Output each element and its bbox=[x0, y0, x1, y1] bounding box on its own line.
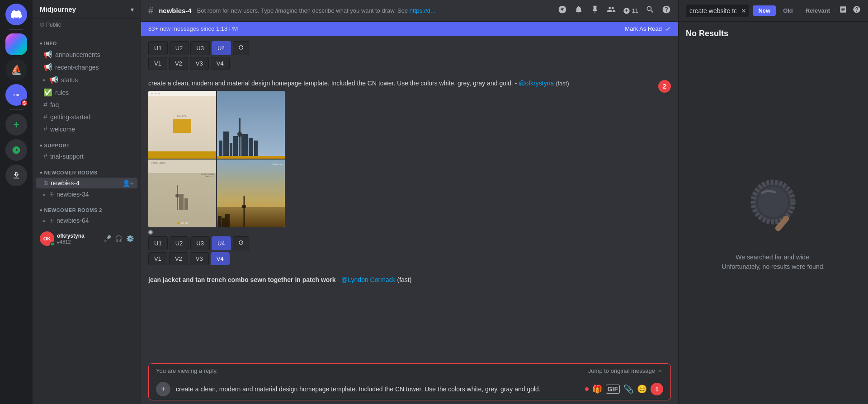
btn-u3-msg2[interactable]: U3 bbox=[190, 236, 210, 250]
result-badge-2: 2 bbox=[658, 80, 671, 93]
public-label: Public bbox=[46, 22, 61, 28]
channel-icon-announcement: 📢 bbox=[43, 50, 52, 59]
server-icon-explore[interactable] bbox=[5, 139, 27, 161]
search-filter-relevant[interactable]: Relevant bbox=[800, 5, 835, 16]
notification-mute-icon[interactable] bbox=[574, 5, 583, 16]
btn-refresh-top[interactable] bbox=[233, 41, 249, 55]
server-icon-sailboat[interactable]: ⛵ bbox=[5, 59, 27, 80]
search-header-icon[interactable] bbox=[646, 5, 655, 16]
btn-v2-msg2[interactable]: V2 bbox=[169, 252, 188, 265]
question-icon[interactable] bbox=[853, 5, 861, 16]
mention-lyndon[interactable]: @Lyndon Cormack bbox=[341, 276, 396, 283]
send-number-badge[interactable]: 1 bbox=[651, 383, 663, 395]
category-newcomer-rooms-2[interactable]: ▾ NEWCOMER ROOMS 2 bbox=[33, 200, 141, 215]
threads-icon[interactable] bbox=[558, 5, 567, 16]
channel-desc-text: Bot room for new users. Type /imagine th… bbox=[197, 7, 410, 14]
server-icon-midjourney[interactable] bbox=[5, 33, 27, 55]
header-actions: 11 bbox=[558, 5, 671, 16]
btn-u2-msg2[interactable]: U2 bbox=[170, 236, 189, 250]
channel-rules[interactable]: ✅ rules bbox=[36, 86, 137, 99]
channel-newbies-64[interactable]: ▸ ⊞ newbies-64 bbox=[36, 215, 137, 226]
channel-announcements[interactable]: 📢 announcements bbox=[36, 48, 137, 61]
btn-v1-top[interactable]: V1 bbox=[148, 57, 167, 70]
btn-v4-msg2[interactable]: V4 bbox=[211, 252, 230, 265]
btn-u4-msg2[interactable]: U4 bbox=[212, 236, 231, 250]
emoji-icon[interactable]: 😊 bbox=[637, 384, 647, 394]
channel-icon-announcement2: 📢 bbox=[43, 63, 52, 71]
reply-input-area: + create a clean, modern and material de… bbox=[149, 378, 670, 400]
server-icon-download[interactable] bbox=[5, 164, 27, 186]
settings-icon[interactable]: ⚙️ bbox=[126, 235, 134, 242]
jean-jacket-message: jean jacket and tan trench combo sewn to… bbox=[148, 274, 671, 285]
channel-name-welcome: welcome bbox=[50, 126, 134, 133]
pin-icon[interactable] bbox=[590, 5, 599, 16]
member-count: 11 bbox=[623, 7, 638, 14]
channel-newbies-4[interactable]: ⊞ newbies-4 👤+ bbox=[36, 178, 137, 188]
search-filter-new[interactable]: New bbox=[753, 5, 776, 16]
channel-getting-started[interactable]: # getting-started bbox=[36, 111, 137, 123]
category-arrow-support: ▾ bbox=[40, 143, 42, 148]
q3-tower-pod bbox=[175, 194, 179, 197]
category-support[interactable]: ▾ SUPPORT bbox=[33, 136, 141, 150]
channel-desc-link[interactable]: https://d... bbox=[410, 7, 435, 14]
headphone-icon[interactable]: 🎧 bbox=[115, 235, 123, 242]
server-icon-add[interactable]: + bbox=[5, 114, 27, 136]
category-collapse-newbies34: ▸ bbox=[43, 192, 46, 197]
btn-u1-msg2[interactable]: U1 bbox=[148, 236, 168, 250]
q1-content: HAIADH bbox=[173, 115, 191, 133]
btn-u1-top[interactable]: U1 bbox=[148, 41, 168, 55]
messages-area: 83+ new messages since 1:18 PM Mark As R… bbox=[141, 22, 678, 360]
btn-v2-top[interactable]: V2 bbox=[169, 57, 188, 70]
popout-icon[interactable] bbox=[839, 5, 847, 16]
category-info[interactable]: ▾ INFO bbox=[33, 33, 141, 48]
channel-recent-changes[interactable]: 📢 recent-changes bbox=[36, 61, 137, 73]
server-icon-fix[interactable]: FIX 5 bbox=[5, 84, 27, 106]
add-member-icon[interactable]: 👤+ bbox=[123, 179, 134, 187]
reply-text-content[interactable]: create a clean, modern and material desi… bbox=[176, 385, 580, 394]
help-icon[interactable] bbox=[662, 5, 671, 16]
btn-v3-msg2[interactable]: V3 bbox=[190, 252, 209, 265]
channel-faq[interactable]: # faq bbox=[36, 99, 137, 111]
server-header[interactable]: Midjourney ▾ bbox=[33, 0, 141, 19]
btn-u4-top[interactable]: U4 bbox=[212, 41, 231, 55]
jump-to-original-btn[interactable]: Jump to original message bbox=[588, 367, 663, 374]
sticker-icon[interactable]: 📎 bbox=[623, 384, 633, 394]
category-newcomer-rooms[interactable]: ▾ NEWCOMER ROOMS bbox=[33, 163, 141, 177]
action-buttons-msg2-row2: V1 V2 V3 V4 bbox=[148, 252, 655, 265]
reply-recording-dot bbox=[585, 387, 589, 391]
channel-status[interactable]: ▸ 📢 status bbox=[36, 74, 137, 86]
server-icon-discord-home[interactable] bbox=[5, 4, 27, 25]
mark-as-read-button[interactable]: Mark As Read bbox=[625, 25, 671, 32]
channel-trial-support[interactable]: # trial-support bbox=[36, 150, 137, 162]
gif-icon[interactable]: GIF bbox=[606, 385, 620, 394]
gift-icon[interactable]: 🎁 bbox=[592, 384, 602, 394]
btn-u2-top[interactable]: U2 bbox=[170, 41, 189, 55]
btn-v1-msg2[interactable]: V1 bbox=[148, 252, 167, 265]
sidebar-user-controls: 🎤 🎧 ⚙️ bbox=[104, 235, 134, 242]
btn-refresh-msg2[interactable] bbox=[233, 236, 249, 250]
btn-u3-top[interactable]: U3 bbox=[190, 41, 210, 55]
channel-icon-trial-support: # bbox=[43, 152, 47, 160]
search-input[interactable] bbox=[686, 5, 749, 17]
sidebar-avatar-text: OK bbox=[43, 236, 51, 241]
reply-add-button[interactable]: + bbox=[156, 382, 170, 396]
btn-v4-top[interactable]: V4 bbox=[211, 57, 230, 70]
sidebar-online-dot bbox=[50, 242, 55, 246]
action-buttons-row2-top: V1 V2 V3 V4 bbox=[148, 57, 671, 70]
category-collapse-status: ▸ bbox=[43, 77, 46, 82]
q3-dot-1 bbox=[181, 222, 184, 224]
search-clear-button[interactable]: ✕ bbox=[741, 7, 746, 14]
channel-list: ▾ INFO 📢 announcements 📢 recent-changes … bbox=[33, 32, 141, 404]
search-header-icons bbox=[839, 5, 861, 16]
search-filter-old[interactable]: Old bbox=[778, 5, 798, 16]
channel-newbies-34[interactable]: ▸ ⊞ newbies-34 bbox=[36, 189, 137, 200]
mute-icon[interactable]: 🎤 bbox=[104, 235, 111, 242]
group-hash-icon-newbies64: ⊞ bbox=[49, 217, 54, 224]
channel-welcome[interactable]: # welcome bbox=[36, 123, 137, 135]
mark-as-read-label: Mark As Read bbox=[625, 25, 662, 32]
mention-ofkrystyna[interactable]: @ofkrystyna bbox=[519, 80, 554, 87]
channel-icon-status: 📢 bbox=[49, 75, 58, 84]
members-icon[interactable] bbox=[607, 5, 616, 16]
btn-v3-top[interactable]: V3 bbox=[190, 57, 209, 70]
group-hash-icon-newbies4: ⊞ bbox=[43, 180, 48, 186]
